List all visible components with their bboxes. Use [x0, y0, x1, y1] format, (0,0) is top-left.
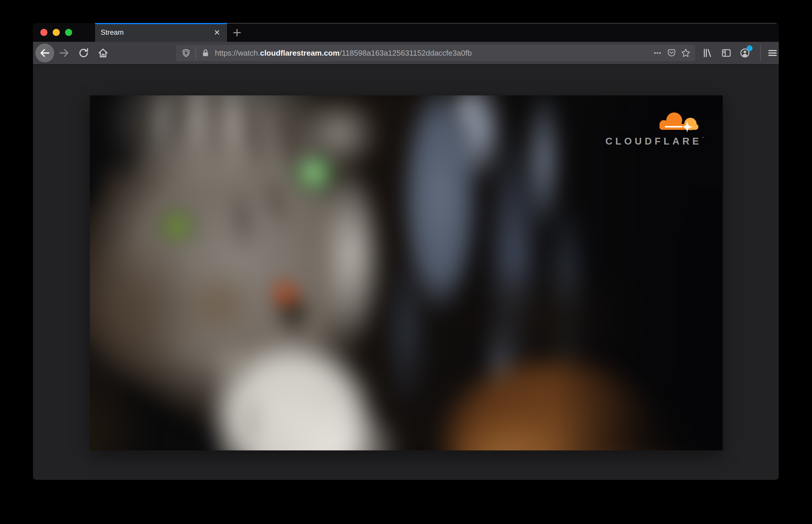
- account-notification-dot: [747, 45, 752, 51]
- shield-icon: [181, 48, 191, 58]
- sidebar-button[interactable]: [718, 45, 734, 61]
- forward-button[interactable]: [55, 44, 74, 62]
- cat-video-frame: CLOUDFLARE’: [90, 95, 723, 451]
- close-window-button[interactable]: [40, 29, 47, 36]
- plus-icon: [232, 27, 242, 38]
- blurred-cat-scene: [90, 95, 723, 451]
- navigation-toolbar: https://watch.cloudflarestream.com/11859…: [33, 42, 779, 65]
- library-button[interactable]: [699, 45, 716, 61]
- reload-button[interactable]: [74, 44, 93, 62]
- page-content: CLOUDFLARE’: [33, 65, 779, 479]
- library-icon: [702, 47, 713, 59]
- back-button[interactable]: [35, 44, 54, 62]
- account-button[interactable]: [737, 45, 753, 61]
- tab-close-button[interactable]: [211, 27, 223, 38]
- new-tab-button[interactable]: [229, 25, 245, 40]
- minimize-window-button[interactable]: [53, 29, 60, 36]
- home-icon: [97, 47, 109, 59]
- menu-button[interactable]: [764, 45, 779, 61]
- cloudflare-watermark: CLOUDFLARE’: [605, 110, 702, 147]
- titlebar: Stream: [33, 23, 779, 42]
- url-prefix: https://watch.: [215, 49, 260, 58]
- tracking-protection-button[interactable]: [179, 46, 193, 60]
- page-actions-button[interactable]: [650, 46, 665, 60]
- tab-title: Stream: [101, 28, 211, 36]
- trademark-tick: ’: [702, 136, 704, 141]
- toolbar-separator: [760, 45, 761, 61]
- sidebar-icon: [720, 47, 732, 59]
- video-player[interactable]: CLOUDFLARE’: [90, 95, 723, 451]
- close-icon: [212, 28, 222, 37]
- star-icon: [680, 48, 691, 58]
- home-button[interactable]: [94, 44, 112, 62]
- back-arrow-icon: [39, 47, 51, 59]
- pocket-icon: [667, 48, 677, 58]
- three-dots-icon: [652, 48, 663, 58]
- reload-icon: [78, 47, 90, 59]
- cloudflare-wordmark: CLOUDFLARE’: [605, 136, 702, 147]
- url-bar[interactable]: https://watch.cloudflarestream.com/11859…: [176, 45, 695, 61]
- url-host: cloudflarestream.com: [260, 49, 339, 58]
- lock-icon: [200, 48, 211, 58]
- zoom-window-button[interactable]: [65, 29, 72, 36]
- cloudflare-cloud-icon: [656, 110, 700, 134]
- pocket-button[interactable]: [665, 46, 679, 60]
- bookmark-star-button[interactable]: [679, 46, 693, 60]
- url-path: /118598a163a125631152ddaccfe3a0fb: [339, 49, 472, 58]
- tab-stream[interactable]: Stream: [95, 23, 227, 42]
- traffic-light-group: [33, 23, 95, 42]
- connection-secure-button[interactable]: [198, 46, 213, 60]
- urlbar-divider: [195, 47, 196, 59]
- browser-window: Stream: [33, 23, 779, 480]
- forward-arrow-icon: [58, 47, 70, 59]
- hamburger-icon: [767, 47, 778, 59]
- tabbar-empty-area: [227, 23, 779, 42]
- url-text[interactable]: https://watch.cloudflarestream.com/11859…: [215, 49, 650, 58]
